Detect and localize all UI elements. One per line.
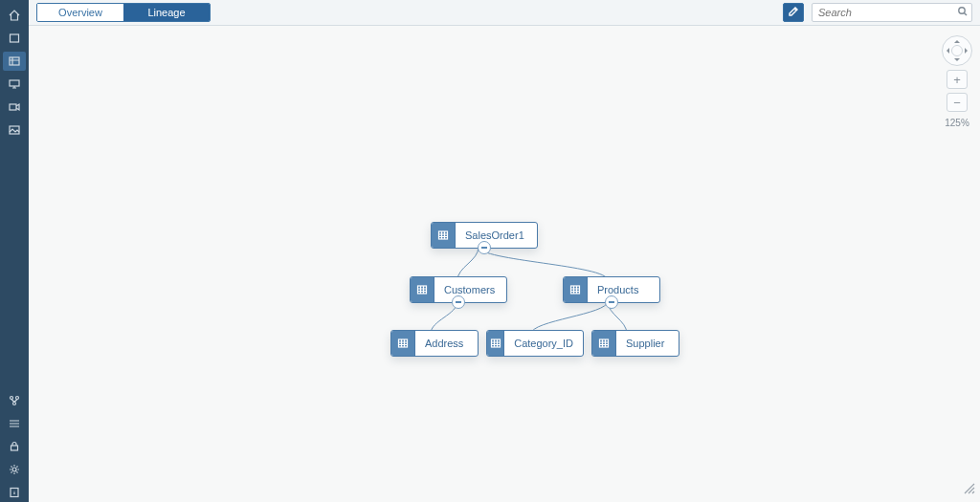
- lineage-edges: [29, 26, 980, 502]
- gear-icon[interactable]: [3, 460, 26, 479]
- main-area: Overview Lineage: [29, 0, 980, 502]
- node-label: Products: [588, 277, 648, 302]
- svg-rect-2: [10, 80, 19, 86]
- table-icon: [411, 277, 434, 302]
- node-label: Supplier: [616, 331, 674, 356]
- svg-rect-12: [439, 231, 448, 239]
- left-nav-rail: [0, 0, 29, 502]
- node-label: Category_ID: [504, 331, 583, 356]
- table-icon: [592, 331, 616, 356]
- node-salesorder1[interactable]: SalesOrder1: [431, 222, 538, 249]
- zoom-level-label: 125%: [945, 118, 969, 128]
- pan-right-icon[interactable]: [965, 48, 970, 54]
- lock-icon[interactable]: [3, 437, 26, 456]
- svg-rect-8: [11, 446, 18, 450]
- zoom-in-button[interactable]: +: [947, 70, 968, 89]
- table-icon: [564, 277, 588, 302]
- lineage-canvas[interactable]: SalesOrder1 Customers Products Address: [29, 26, 980, 502]
- flow-icon[interactable]: [3, 391, 26, 410]
- edit-config-icon: [788, 6, 799, 20]
- collapse-toggle-icon[interactable]: [605, 295, 618, 309]
- tab-overview[interactable]: Overview: [37, 4, 123, 21]
- svg-rect-3: [10, 104, 16, 110]
- resize-handle-icon[interactable]: [963, 482, 976, 498]
- image-icon[interactable]: [3, 120, 26, 140]
- table-icon: [432, 223, 456, 248]
- dataset-icon[interactable]: [3, 29, 26, 48]
- node-supplier[interactable]: Supplier: [591, 330, 679, 357]
- stack-icon[interactable]: [3, 414, 26, 433]
- node-label: SalesOrder1: [456, 223, 534, 248]
- node-customers[interactable]: Customers: [410, 276, 507, 303]
- collapse-toggle-icon[interactable]: [478, 241, 491, 254]
- pan-left-icon[interactable]: [944, 48, 949, 54]
- svg-rect-17: [600, 339, 609, 347]
- pan-dpad[interactable]: [942, 35, 972, 66]
- view-tabs: Overview Lineage: [36, 3, 211, 22]
- video-icon[interactable]: [3, 98, 26, 117]
- svg-rect-13: [418, 286, 427, 294]
- collapse-toggle-icon[interactable]: [452, 295, 465, 309]
- svg-rect-1: [10, 57, 19, 65]
- node-label: Customers: [434, 277, 504, 302]
- svg-rect-0: [11, 34, 19, 42]
- top-bar: Overview Lineage: [29, 0, 980, 26]
- svg-point-6: [16, 397, 19, 400]
- pan-up-icon[interactable]: [954, 37, 960, 43]
- table-icon: [391, 331, 415, 356]
- svg-rect-15: [399, 339, 408, 347]
- home-icon[interactable]: [3, 6, 26, 25]
- search-box: [812, 3, 972, 22]
- table-icon: [487, 331, 504, 356]
- svg-point-5: [11, 397, 13, 400]
- cube-icon[interactable]: [3, 52, 26, 71]
- tab-lineage[interactable]: Lineage: [123, 4, 210, 21]
- node-label: Address: [415, 331, 473, 356]
- info-icon[interactable]: [3, 483, 26, 502]
- node-address[interactable]: Address: [390, 330, 479, 357]
- node-category-id[interactable]: Category_ID: [486, 330, 584, 357]
- search-input[interactable]: [812, 3, 972, 22]
- svg-rect-14: [571, 286, 580, 294]
- node-products[interactable]: Products: [563, 276, 660, 303]
- zoom-controls: + − 125%: [942, 35, 972, 128]
- svg-rect-16: [491, 339, 500, 347]
- edit-config-button[interactable]: [783, 3, 804, 22]
- monitor-icon[interactable]: [3, 75, 26, 94]
- svg-point-9: [12, 468, 16, 471]
- svg-point-7: [13, 403, 16, 405]
- pan-down-icon[interactable]: [954, 58, 960, 64]
- zoom-out-button[interactable]: −: [947, 93, 968, 112]
